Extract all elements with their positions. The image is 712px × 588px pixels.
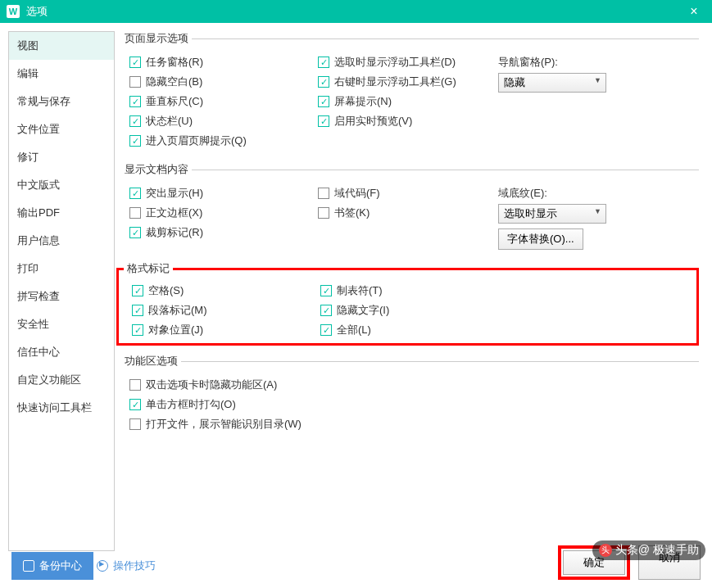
checkbox-label: 选取时显示浮动工具栏(D): [334, 55, 456, 70]
checkbox-label: 右键时显示浮动工具栏(G): [334, 75, 456, 89]
tips-link[interactable]: 操作技巧: [97, 559, 156, 573]
checkbox-option[interactable]: 域代码(F): [310, 183, 498, 203]
app-icon: W: [7, 5, 20, 18]
nav-pane-select[interactable]: 隐藏: [498, 73, 606, 93]
checkbox-option[interactable]: ✓进入页眉页脚提示(Q): [121, 131, 310, 151]
checkbox-icon: ✓: [320, 305, 332, 316]
section-legend: 格式标记: [124, 261, 173, 276]
checkbox-icon: [318, 188, 329, 199]
checkbox-label: 启用实时预览(V): [334, 114, 412, 129]
section-legend: 显示文档内容: [121, 162, 192, 177]
sidebar-item[interactable]: 输出PDF: [9, 199, 114, 227]
checkbox-label: 空格(S): [148, 283, 184, 298]
checkbox-icon: ✓: [129, 227, 141, 238]
sidebar-item[interactable]: 修订: [9, 143, 114, 171]
nav-pane-label: 导航窗格(P):: [498, 52, 699, 73]
sidebar-item[interactable]: 快速访问工具栏: [9, 394, 114, 422]
window-title: 选项: [26, 4, 683, 19]
checkbox-icon: ✓: [129, 135, 141, 147]
checkbox-icon: ✓: [132, 305, 143, 316]
checkbox-option[interactable]: 双击选项卡时隐藏功能区(A): [121, 375, 699, 395]
checkbox-option[interactable]: ✓隐藏文字(I): [312, 301, 501, 320]
sidebar-item[interactable]: 拼写检查: [9, 283, 114, 310]
watermark: 头 头条@极速手助: [592, 541, 705, 560]
checkbox-option[interactable]: ✓选取时显示浮动工具栏(D): [310, 52, 498, 72]
checkbox-icon: [129, 418, 141, 430]
sidebar-item[interactable]: 中文版式: [9, 171, 114, 199]
checkbox-icon: ✓: [129, 188, 141, 199]
checkbox-option[interactable]: ✓启用实时预览(V): [310, 111, 498, 131]
checkbox-option[interactable]: ✓突出显示(H): [121, 183, 310, 203]
checkbox-label: 对象位置(J): [148, 323, 203, 337]
checkbox-label: 任务窗格(R): [146, 55, 203, 70]
checkbox-label: 隐藏文字(I): [337, 303, 389, 318]
checkbox-icon: ✓: [318, 76, 329, 88]
close-icon[interactable]: ×: [683, 4, 705, 19]
checkbox-option[interactable]: 隐藏空白(B): [121, 72, 310, 92]
sidebar-item[interactable]: 用户信息: [9, 227, 114, 255]
document-icon: [23, 560, 34, 572]
section-page-display: 页面显示选项 ✓任务窗格(R)隐藏空白(B)✓垂直标尺(C)✓状态栏(U)✓进入…: [121, 31, 699, 154]
checkbox-label: 进入页眉页脚提示(Q): [146, 133, 247, 148]
checkbox-option[interactable]: ✓段落标记(M): [124, 301, 312, 320]
sidebar-item[interactable]: 安全性: [9, 310, 114, 338]
checkbox-label: 打开文件，展示智能识别目录(W): [146, 417, 302, 432]
checkbox-option[interactable]: ✓裁剪标记(R): [121, 223, 310, 242]
checkbox-icon: ✓: [132, 324, 143, 336]
watermark-icon: 头: [599, 544, 612, 557]
checkbox-icon: ✓: [132, 285, 143, 296]
checkbox-option[interactable]: ✓屏幕提示(N): [310, 92, 498, 111]
sidebar-item[interactable]: 自定义功能区: [9, 366, 114, 394]
checkbox-icon: ✓: [318, 96, 329, 107]
field-shading-label: 域底纹(E):: [498, 183, 699, 204]
sidebar-item[interactable]: 编辑: [9, 60, 114, 88]
checkbox-label: 双击选项卡时隐藏功能区(A): [146, 378, 277, 392]
checkbox-label: 单击方框时打勾(O): [146, 397, 236, 412]
checkbox-option[interactable]: 正文边框(X): [121, 203, 310, 223]
font-substitute-button[interactable]: 字体替换(O)...: [498, 228, 583, 250]
sidebar-item[interactable]: 打印: [9, 255, 114, 283]
field-shading-select[interactable]: 选取时显示: [498, 204, 606, 224]
checkbox-icon: [318, 207, 329, 219]
sidebar-item[interactable]: 常规与保存: [9, 88, 114, 115]
checkbox-label: 垂直标尺(C): [146, 94, 203, 109]
watermark-name: 极速手助: [653, 543, 699, 558]
section-doc-content: 显示文档内容 ✓突出显示(H)正文边框(X)✓裁剪标记(R) 域代码(F)书签(…: [121, 162, 699, 253]
checkbox-option[interactable]: ✓空格(S): [124, 281, 312, 301]
checkbox-option[interactable]: ✓状态栏(U): [121, 111, 310, 131]
watermark-prefix: 头条@: [615, 543, 650, 558]
play-icon: [97, 560, 108, 572]
checkbox-icon: ✓: [320, 285, 332, 296]
backup-center-button[interactable]: 备份中心: [11, 552, 93, 580]
checkbox-label: 裁剪标记(R): [146, 225, 203, 240]
sidebar-item[interactable]: 信任中心: [9, 338, 114, 366]
checkbox-option[interactable]: 打开文件，展示智能识别目录(W): [121, 414, 699, 434]
checkbox-option[interactable]: ✓对象位置(J): [124, 320, 312, 340]
checkbox-label: 突出显示(H): [146, 186, 203, 201]
category-sidebar: 视图编辑常规与保存文件位置修订中文版式输出PDF用户信息打印拼写检查安全性信任中…: [8, 31, 115, 551]
checkbox-icon: [129, 379, 141, 391]
checkbox-icon: ✓: [129, 399, 141, 410]
checkbox-option[interactable]: ✓单击方框时打勾(O): [121, 395, 699, 414]
checkbox-icon: ✓: [129, 115, 141, 127]
section-format-marks: 格式标记 ✓空格(S)✓段落标记(M)✓对象位置(J) ✓制表符(T)✓隐藏文字…: [116, 261, 699, 346]
checkbox-label: 屏幕提示(N): [334, 94, 392, 109]
sidebar-item[interactable]: 视图: [9, 32, 114, 60]
section-legend: 页面显示选项: [121, 31, 192, 46]
checkbox-icon: ✓: [318, 115, 329, 127]
checkbox-icon: ✓: [129, 96, 141, 107]
checkbox-label: 状态栏(U): [146, 114, 193, 129]
checkbox-option[interactable]: ✓右键时显示浮动工具栏(G): [310, 72, 498, 92]
checkbox-option[interactable]: ✓任务窗格(R): [121, 52, 310, 72]
sidebar-item[interactable]: 文件位置: [9, 115, 114, 143]
backup-label: 备份中心: [39, 559, 82, 573]
checkbox-option[interactable]: ✓全部(L): [312, 320, 501, 340]
checkbox-icon: [129, 207, 141, 219]
checkbox-option[interactable]: ✓制表符(T): [312, 281, 501, 301]
checkbox-option[interactable]: 书签(K): [310, 203, 498, 223]
checkbox-label: 制表符(T): [337, 283, 383, 298]
checkbox-option[interactable]: ✓垂直标尺(C): [121, 92, 310, 111]
checkbox-label: 域代码(F): [334, 186, 380, 201]
checkbox-label: 全部(L): [337, 323, 371, 337]
checkbox-icon: ✓: [129, 57, 141, 68]
